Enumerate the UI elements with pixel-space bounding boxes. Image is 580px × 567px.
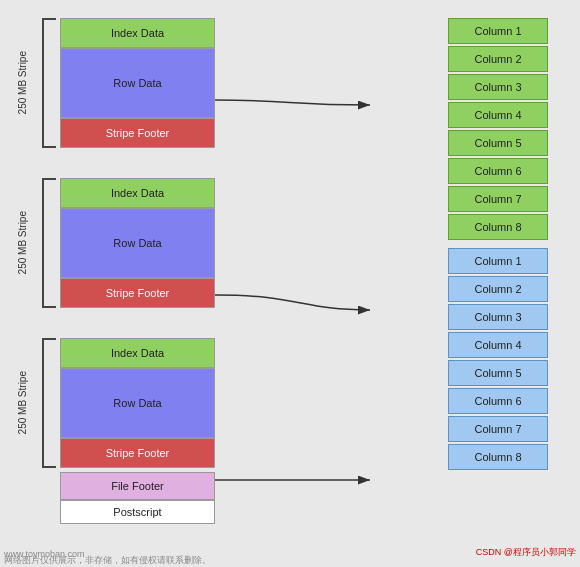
col2-col5: Column 5 xyxy=(448,360,548,386)
stripe-1-footer: Stripe Footer xyxy=(60,118,215,148)
col1-col7: Column 7 xyxy=(448,186,548,212)
file-footer-block: File Footer xyxy=(60,472,215,500)
col2-col1: Column 1 xyxy=(448,248,548,274)
stripe-2-index: Index Data xyxy=(60,178,215,208)
stripe-1-label: 250 MB Stripe xyxy=(4,18,40,148)
col2-col4: Column 4 xyxy=(448,332,548,358)
stripe-1: 250 MB Stripe Index Data Row Data Stripe… xyxy=(60,18,215,148)
stripe-3-index: Index Data xyxy=(60,338,215,368)
col2-col2: Column 2 xyxy=(448,276,548,302)
stripe-3-label: 250 MB Stripe xyxy=(4,338,40,468)
col1-col4: Column 4 xyxy=(448,102,548,128)
bracket-1 xyxy=(42,18,56,148)
col2-col7: Column 7 xyxy=(448,416,548,442)
columns-group-1: Column 1 Column 2 Column 3 Column 4 Colu… xyxy=(448,18,548,242)
stripe-1-row: Row Data xyxy=(60,48,215,118)
postscript-block: Postscript xyxy=(60,500,215,524)
file-footer-group: File Footer Postscript xyxy=(60,472,215,524)
stripe-1-index: Index Data xyxy=(60,18,215,48)
stripe-2-footer: Stripe Footer xyxy=(60,278,215,308)
bracket-2 xyxy=(42,178,56,308)
col1-col5: Column 5 xyxy=(448,130,548,156)
columns-group-2: Column 1 Column 2 Column 3 Column 4 Colu… xyxy=(448,248,548,472)
diagram-container: 250 MB Stripe Index Data Row Data Stripe… xyxy=(0,0,580,567)
csdn-badge: CSDN @程序员小郭同学 xyxy=(476,546,576,559)
stripe-3: 250 MB Stripe Index Data Row Data Stripe… xyxy=(60,338,215,468)
col1-col3: Column 3 xyxy=(448,74,548,100)
col1-col6: Column 6 xyxy=(448,158,548,184)
col2-col6: Column 6 xyxy=(448,388,548,414)
stripe-2-label: 250 MB Stripe xyxy=(4,178,40,308)
col1-col8: Column 8 xyxy=(448,214,548,240)
col1-col2: Column 2 xyxy=(448,46,548,72)
bracket-3 xyxy=(42,338,56,468)
watermark-bottom: 网络图片仅供展示，非存储，如有侵权请联系删除。 xyxy=(4,554,211,567)
col1-col1: Column 1 xyxy=(448,18,548,44)
stripe-3-row: Row Data xyxy=(60,368,215,438)
stripe-2-row: Row Data xyxy=(60,208,215,278)
stripe-3-footer: Stripe Footer xyxy=(60,438,215,468)
stripe-2: 250 MB Stripe Index Data Row Data Stripe… xyxy=(60,178,215,308)
col2-col3: Column 3 xyxy=(448,304,548,330)
col2-col8: Column 8 xyxy=(448,444,548,470)
